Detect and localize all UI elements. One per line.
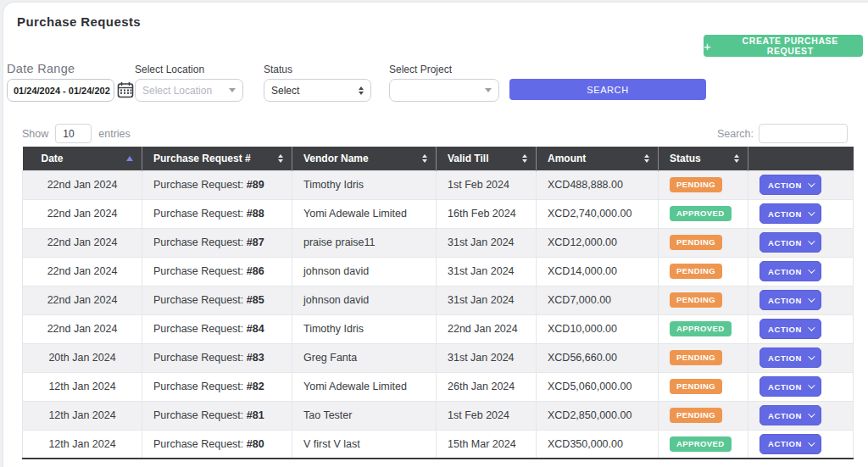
column-header-valid-till[interactable]: Valid Till xyxy=(437,147,537,170)
table-row: 12th Jan 2024Purchase Request: #80V firs… xyxy=(23,430,854,459)
column-label: Status xyxy=(670,153,701,164)
action-dropdown-button[interactable]: ACTION xyxy=(760,376,821,397)
action-label: ACTION xyxy=(768,382,802,392)
status-badge: PENDING xyxy=(670,235,722,250)
cell-date: 22nd Jan 2024 xyxy=(23,314,142,343)
cell-status: APPROVED xyxy=(659,430,748,459)
column-header-action xyxy=(748,147,854,170)
cell-valid-till: 16th Feb 2024 xyxy=(437,199,537,228)
action-label: ACTION xyxy=(768,296,802,305)
calendar-icon[interactable] xyxy=(117,81,134,98)
column-header-vendor[interactable]: Vendor Name xyxy=(292,147,437,170)
cell-purchase-request-number: Purchase Request: #88 xyxy=(142,199,292,228)
action-dropdown-button[interactable]: ACTION xyxy=(760,232,821,253)
create-purchase-request-button[interactable]: + CREATE PURCHASE REQUEST xyxy=(704,35,863,57)
action-label: ACTION xyxy=(768,238,802,247)
cell-vendor-name: johnson david xyxy=(292,286,437,314)
action-dropdown-button[interactable]: ACTION xyxy=(760,434,821,454)
table-row: 12th Jan 2024Purchase Request: #81Tao Te… xyxy=(23,401,854,430)
status-select[interactable]: Select xyxy=(264,79,371,102)
chevron-down-icon xyxy=(229,88,236,92)
cell-purchase-request-number: Purchase Request: #83 xyxy=(142,343,292,372)
action-dropdown-button[interactable]: ACTION xyxy=(760,290,821,310)
cell-vendor-name: Timothy Idris xyxy=(292,170,437,199)
table-row: 22nd Jan 2024Purchase Request: #89Timoth… xyxy=(23,170,854,199)
cell-status: PENDING xyxy=(659,257,748,286)
table-search-input[interactable] xyxy=(759,124,848,143)
column-header-date[interactable]: Date xyxy=(23,147,142,170)
cell-amount: XCD488,888.00 xyxy=(537,170,659,199)
cell-date: 20th Jan 2024 xyxy=(23,343,142,372)
column-header-amount[interactable]: Amount xyxy=(537,147,659,170)
cell-valid-till: 31st Jan 2024 xyxy=(437,343,537,372)
sort-updown-icon xyxy=(278,154,283,163)
status-badge: APPROVED xyxy=(670,436,732,452)
cell-date: 12th Jan 2024 xyxy=(23,401,142,430)
action-dropdown-button[interactable]: ACTION xyxy=(760,175,821,195)
location-select-placeholder: Select Location xyxy=(142,85,212,97)
cell-amount: XCD2,740,000.00 xyxy=(537,199,659,228)
chevron-down-icon xyxy=(808,324,815,331)
sort-updown-icon xyxy=(522,154,527,163)
table-row: 12th Jan 2024Purchase Request: #82Yomi A… xyxy=(23,372,854,401)
cell-vendor-name: praise praise11 xyxy=(292,228,437,257)
cell-purchase-request-number: Purchase Request: #82 xyxy=(142,372,292,401)
request-prefix: Purchase Request: xyxy=(153,208,247,220)
request-prefix: Purchase Request: xyxy=(153,438,247,450)
cell-purchase-request-number: Purchase Request: #80 xyxy=(142,430,292,459)
status-badge: PENDING xyxy=(670,379,722,394)
cell-purchase-request-number: Purchase Request: #84 xyxy=(142,314,292,343)
cell-status: PENDING xyxy=(659,228,748,257)
request-number: #86 xyxy=(247,265,264,277)
location-select[interactable]: Select Location xyxy=(135,79,243,102)
cell-amount: XCD10,000.00 xyxy=(537,314,659,343)
action-dropdown-button[interactable]: ACTION xyxy=(760,261,821,281)
column-header-status[interactable]: Status xyxy=(659,147,748,170)
table-row: 20th Jan 2024Purchase Request: #83Greg F… xyxy=(23,343,854,372)
cell-amount: XCD2,850,000.00 xyxy=(537,401,659,430)
action-label: ACTION xyxy=(768,267,802,276)
action-dropdown-button[interactable]: ACTION xyxy=(760,405,821,425)
table-row: 22nd Jan 2024Purchase Request: #86johnso… xyxy=(23,257,854,286)
show-entries-control: Show entries xyxy=(22,124,131,143)
sort-updown-icon xyxy=(422,154,427,163)
request-prefix: Purchase Request: xyxy=(153,352,247,364)
cell-amount: XCD350,000.00 xyxy=(537,430,659,459)
status-select-value: Select xyxy=(271,85,299,97)
action-dropdown-button[interactable]: ACTION xyxy=(760,347,821,368)
cell-vendor-name: Yomi Adewale Limited xyxy=(292,372,437,401)
cell-vendor-name: johnson david xyxy=(292,257,437,286)
entries-count-input[interactable] xyxy=(55,124,92,143)
project-select[interactable] xyxy=(389,79,499,102)
date-range-input[interactable]: 01/24/2024 - 01/24/202 xyxy=(7,79,114,102)
status-badge: PENDING xyxy=(670,408,722,423)
cell-status: PENDING xyxy=(659,343,748,372)
request-number: #87 xyxy=(247,236,264,248)
action-dropdown-button[interactable]: ACTION xyxy=(760,319,821,339)
date-range-label: Date Range xyxy=(7,62,75,75)
request-number: #84 xyxy=(247,323,264,335)
chevron-down-icon xyxy=(808,353,815,359)
search-button[interactable]: SEARCH xyxy=(509,79,706,100)
chevron-down-icon xyxy=(485,88,492,92)
cell-amount: XCD7,000.00 xyxy=(537,286,659,314)
chevron-down-icon xyxy=(808,410,815,417)
request-prefix: Purchase Request: xyxy=(153,294,247,306)
cell-status: PENDING xyxy=(659,372,748,401)
chevron-down-icon xyxy=(808,381,815,388)
cell-date: 22nd Jan 2024 xyxy=(23,199,142,228)
cell-vendor-name: Tao Tester xyxy=(292,401,437,430)
action-dropdown-button[interactable]: ACTION xyxy=(760,203,821,224)
column-header-request[interactable]: Purchase Request # xyxy=(142,147,292,170)
column-label: Amount xyxy=(548,153,586,164)
table-search-label: Search: xyxy=(717,128,754,140)
status-badge: PENDING xyxy=(670,350,722,365)
cell-vendor-name: Yomi Adewale Limited xyxy=(292,199,437,228)
plus-icon: + xyxy=(704,40,711,53)
create-purchase-request-label: CREATE PURCHASE REQUEST xyxy=(717,36,863,56)
cell-amount: XCD12,000.00 xyxy=(537,228,659,257)
cell-action: ACTION xyxy=(748,372,854,401)
table-search-control: Search: xyxy=(717,124,848,143)
cell-vendor-name: V first V last xyxy=(292,430,437,459)
status-filter-label: Status xyxy=(264,64,292,75)
